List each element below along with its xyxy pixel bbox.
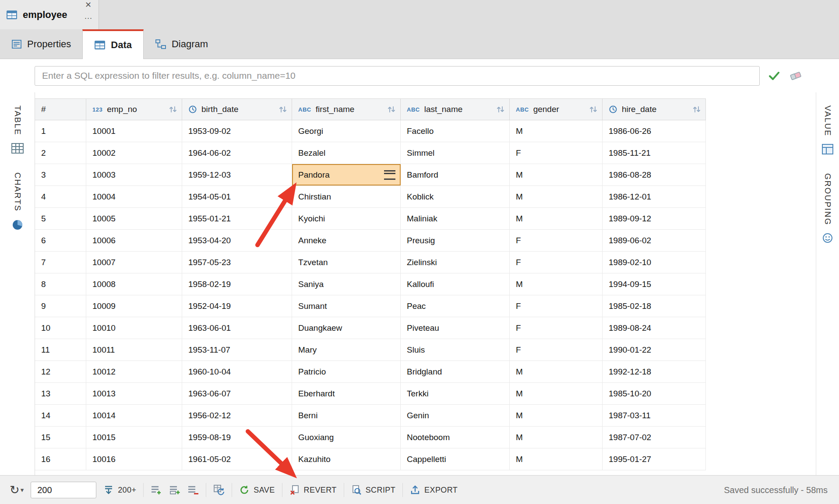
delete-row-button[interactable] [187,484,199,496]
table-cell[interactable]: F [510,142,603,164]
table-cell[interactable]: 1963-06-07 [182,383,292,404]
table-cell[interactable]: Sluis [401,339,510,360]
table-cell[interactable]: 1957-05-23 [182,252,292,273]
table-cell[interactable]: M [510,405,603,426]
table-cell[interactable]: M [510,186,603,207]
table-cell[interactable]: Sumant [292,295,401,317]
table-cell[interactable]: 1961-05-02 [182,448,292,470]
table-cell[interactable]: 10011 [86,339,182,360]
table-cell[interactable]: 1989-02-10 [603,252,706,273]
sort-icon[interactable] [496,105,505,114]
table-cell[interactable]: 10015 [86,427,182,448]
table-cell[interactable]: 10002 [86,142,182,164]
export-button[interactable]: EXPORT [410,485,458,495]
table-cell[interactable]: Tzvetan [292,252,401,273]
table-cell[interactable]: 10006 [86,230,182,251]
table-cell[interactable]: F [510,295,603,317]
table-cell[interactable]: 1952-04-19 [182,295,292,317]
table-cell[interactable]: M [510,361,603,382]
rail-item-value[interactable]: VALUE [821,105,834,155]
row-number-cell[interactable]: 6 [35,230,86,251]
rail-item-table[interactable]: TABLE [11,105,24,154]
sql-filter-input[interactable] [35,66,760,86]
table-cell[interactable]: 1989-08-24 [603,317,706,339]
row-number-cell[interactable]: 7 [35,252,86,273]
tab-diagram[interactable]: Diagram [144,29,219,59]
script-button[interactable]: SCRIPT [351,485,395,495]
table-cell[interactable]: F [510,317,603,339]
cell-menu-icon[interactable] [384,170,395,180]
add-row-button[interactable] [151,484,162,496]
table-cell[interactable]: 10013 [86,383,182,404]
revert-button[interactable]: REVERT [289,485,337,495]
table-cell[interactable]: Chirstian [292,186,401,207]
row-number-cell[interactable]: 8 [35,273,86,295]
table-cell[interactable]: 1987-03-11 [603,405,706,426]
column-header-first-name[interactable]: ABC first_name [292,99,401,120]
row-number-cell[interactable]: 13 [35,383,86,404]
table-cell[interactable]: M [510,427,603,448]
table-cell[interactable]: Bamford [401,164,510,186]
table-cell[interactable]: Simmel [401,142,510,164]
table-cell[interactable]: Terkki [401,383,510,404]
table-cell[interactable]: Duangkaew [292,317,401,339]
sort-icon[interactable] [169,105,177,114]
sort-icon[interactable] [692,105,701,114]
table-cell[interactable]: Berni [292,405,401,426]
table-cell[interactable]: Facello [401,120,510,142]
row-number-cell[interactable]: 15 [35,427,86,448]
table-cell[interactable]: 10004 [86,186,182,207]
column-header-last-name[interactable]: ABC last_name [401,99,510,120]
table-cell[interactable]: F [510,252,603,273]
table-cell[interactable]: Mary [292,339,401,360]
table-cell[interactable]: 1995-01-27 [603,448,706,470]
fetch-more-button[interactable]: 200+ [103,485,136,495]
tab-properties[interactable]: Properties [0,29,82,59]
table-cell[interactable]: 1964-06-02 [182,142,292,164]
table-cell[interactable]: Kalloufi [401,273,510,295]
duplicate-row-button[interactable] [169,484,180,496]
table-cell[interactable]: Anneke [292,230,401,251]
column-header-gender[interactable]: ABC gender [510,99,603,120]
column-header-emp-no[interactable]: 123 emp_no [86,99,182,120]
table-cell[interactable]: 1955-01-21 [182,208,292,229]
table-cell[interactable]: Preusig [401,230,510,251]
row-number-cell[interactable]: 5 [35,208,86,229]
table-cell[interactable]: F [510,339,603,360]
table-cell[interactable]: Nooteboom [401,427,510,448]
editor-tab-employee[interactable]: employee ✕ ... [0,0,99,29]
table-cell[interactable]: 1953-11-07 [182,339,292,360]
table-cell[interactable]: Kazuhito [292,448,401,470]
table-cell[interactable]: Georgi [292,120,401,142]
table-cell[interactable]: 1990-01-22 [603,339,706,360]
table-cell[interactable]: F [510,230,603,251]
table-cell[interactable]: 10010 [86,317,182,339]
table-cell[interactable]: 10005 [86,208,182,229]
tab-data[interactable]: Data [82,29,144,59]
table-cell[interactable]: Genin [401,405,510,426]
table-cell[interactable]: 1989-06-02 [603,230,706,251]
row-number-cell[interactable]: 3 [35,164,86,186]
table-cell[interactable]: 10001 [86,120,182,142]
table-cell[interactable]: M [510,208,603,229]
table-cell[interactable]: 1985-10-20 [603,383,706,404]
table-cell[interactable]: 1989-09-12 [603,208,706,229]
chevron-down-icon[interactable]: ▾ [21,486,24,494]
table-cell[interactable]: M [510,448,603,470]
table-cell[interactable]: Patricio [292,361,401,382]
apply-filter-button[interactable] [768,69,781,82]
table-cell[interactable]: 1953-09-02 [182,120,292,142]
row-number-cell[interactable]: 9 [35,295,86,317]
table-cell[interactable]: 1953-04-20 [182,230,292,251]
row-number-cell[interactable]: 10 [35,317,86,339]
table-cell[interactable]: Koblick [401,186,510,207]
close-icon[interactable]: ✕ [85,1,92,9]
table-cell[interactable]: 1985-11-21 [603,142,706,164]
rail-item-charts[interactable]: CHARTS [11,172,24,231]
save-button[interactable]: SAVE [239,485,275,495]
table-cell[interactable]: 10003 [86,164,182,186]
fetch-size-input[interactable] [31,482,96,498]
table-cell[interactable]: 10012 [86,361,182,382]
table-cell[interactable]: M [510,164,603,186]
table-cell[interactable]: M [510,120,603,142]
